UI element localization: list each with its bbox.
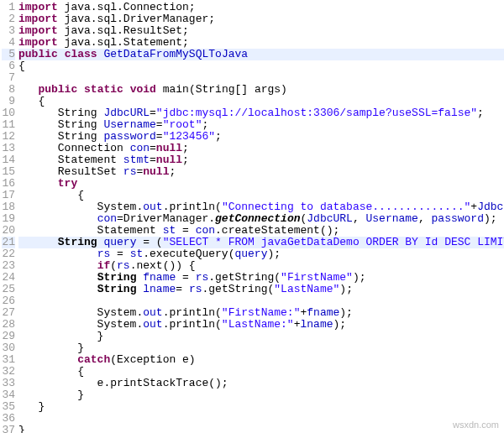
line-number: 6 xyxy=(2,60,15,72)
line-number: 11 xyxy=(2,119,15,131)
code-line[interactable]: String lname= rs.getString("LastName"); xyxy=(18,284,504,295)
code-line[interactable]: String Username="root"; xyxy=(18,119,504,131)
line-number: 16 xyxy=(2,178,15,190)
line-number: 19 xyxy=(2,213,15,225)
code-line[interactable] xyxy=(18,295,504,307)
line-number: 15 xyxy=(2,166,15,178)
line-number: 13 xyxy=(2,143,15,154)
code-line[interactable]: String JdbcURL="jdbc:mysql://localhost:3… xyxy=(18,107,504,119)
line-number: 1 xyxy=(2,2,15,13)
code-editor: 1234567891011121314151617181920212223242… xyxy=(0,0,504,433)
line-number: 8 xyxy=(2,84,15,96)
code-line[interactable]: ResultSet rs=null; xyxy=(18,166,504,178)
line-number: 33 xyxy=(2,378,15,389)
code-line[interactable]: Connection con=null; xyxy=(18,143,504,154)
line-number: 22 xyxy=(2,248,15,260)
code-line[interactable]: public class GetDataFromMySQLToJava xyxy=(18,49,504,60)
code-line[interactable]: System.out.println("Connecting to databa… xyxy=(18,201,504,213)
line-number: 17 xyxy=(2,190,15,201)
line-number: 20 xyxy=(2,225,15,237)
line-number: 18 xyxy=(2,201,15,213)
line-number: 32 xyxy=(2,366,15,378)
code-line[interactable]: rs = st.executeQuery(query); xyxy=(18,248,504,260)
line-number: 3 xyxy=(2,25,15,37)
code-line[interactable]: public static void main(String[] args) xyxy=(18,84,504,96)
line-number: 28 xyxy=(2,319,15,331)
line-number: 35 xyxy=(2,401,15,413)
line-number: 5 xyxy=(2,49,15,60)
code-line[interactable]: } xyxy=(18,389,504,401)
line-number: 9 xyxy=(2,96,15,107)
code-area[interactable]: import java.sql.Connection;import java.s… xyxy=(18,0,504,433)
code-line[interactable] xyxy=(18,413,504,425)
line-number: 36 xyxy=(2,413,15,425)
code-line[interactable]: System.out.println("FirstName:"+fname); xyxy=(18,307,504,319)
code-line[interactable]: } xyxy=(18,342,504,354)
line-number: 21 xyxy=(2,237,15,248)
code-line[interactable]: String query = ("SELECT * FROM javaGetDa… xyxy=(18,237,504,248)
code-line[interactable]: String fname = rs.getString("FirstName")… xyxy=(18,272,504,284)
line-number: 29 xyxy=(2,331,15,342)
watermark: wsxdn.com xyxy=(453,420,499,430)
code-line[interactable]: con=DriverManager.getConnection(JdbcURL,… xyxy=(18,213,504,225)
code-line[interactable]: { xyxy=(18,366,504,378)
line-number: 2 xyxy=(2,13,15,25)
code-line[interactable]: { xyxy=(18,96,504,107)
code-line[interactable]: catch(Exception e) xyxy=(18,354,504,366)
code-line[interactable]: import java.sql.ResultSet; xyxy=(18,25,504,37)
line-number: 10 xyxy=(2,107,15,119)
code-line[interactable]: } xyxy=(18,331,504,342)
code-line[interactable]: System.out.println("LastName:"+lname); xyxy=(18,319,504,331)
line-number: 23 xyxy=(2,260,15,272)
line-number: 24 xyxy=(2,272,15,284)
code-line[interactable]: { xyxy=(18,60,504,72)
code-line[interactable]: { xyxy=(18,190,504,201)
code-line[interactable]: import java.sql.DriverManager; xyxy=(18,13,504,25)
code-line[interactable]: Statement st = con.createStatement(); xyxy=(18,225,504,237)
line-number: 27 xyxy=(2,307,15,319)
code-line[interactable]: Statement stmt=null; xyxy=(18,154,504,166)
line-number: 34 xyxy=(2,389,15,401)
code-line[interactable] xyxy=(18,72,504,84)
code-line[interactable]: import java.sql.Statement; xyxy=(18,37,504,49)
code-line[interactable]: import java.sql.Connection; xyxy=(18,2,504,13)
code-line[interactable]: try xyxy=(18,178,504,190)
line-number: 4 xyxy=(2,37,15,49)
line-number: 30 xyxy=(2,342,15,354)
line-number: 26 xyxy=(2,295,15,307)
line-number: 12 xyxy=(2,131,15,143)
line-number: 14 xyxy=(2,154,15,166)
code-line[interactable]: String password="123456"; xyxy=(18,131,504,143)
line-number-gutter: 1234567891011121314151617181920212223242… xyxy=(0,0,18,433)
line-number: 31 xyxy=(2,354,15,366)
code-line[interactable]: } xyxy=(18,401,504,413)
line-number: 7 xyxy=(2,72,15,84)
line-number: 25 xyxy=(2,284,15,295)
code-line[interactable]: e.printStackTrace(); xyxy=(18,378,504,389)
code-line[interactable]: } xyxy=(18,425,504,433)
code-line[interactable]: if(rs.next()) { xyxy=(18,260,504,272)
line-number: 37 xyxy=(2,425,15,433)
